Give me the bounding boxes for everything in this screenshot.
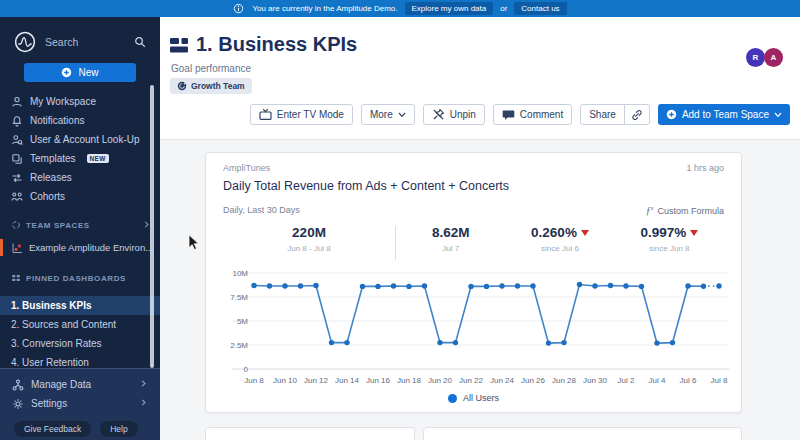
svg-text:7.5M: 7.5M — [230, 293, 248, 302]
unpin-button[interactable]: Unpin — [423, 104, 485, 125]
card-partial-right — [423, 427, 742, 440]
growth-team-chip[interactable]: Growth Team — [170, 78, 252, 94]
stat-block: 0.260%since Jul 6 — [505, 225, 614, 253]
copy-link-button[interactable] — [624, 104, 650, 125]
custom-formula-button[interactable]: ƒx Custom Formula — [646, 205, 724, 216]
sidebar-item-my-workspace[interactable]: My Workspace — [0, 92, 160, 111]
sidebar-item-example-environment[interactable]: Example Amplitude Environ... — [0, 238, 160, 257]
legend-all-users[interactable]: All Users — [206, 393, 741, 403]
sidebar-item-user-account-look-up[interactable]: User & Account Look-Up — [0, 130, 160, 149]
sidebar-scrollbar[interactable] — [150, 85, 154, 368]
svg-text:2.5M: 2.5M — [230, 341, 248, 350]
plus-circle-icon — [61, 67, 72, 78]
sidebar-item-dashboard-2[interactable]: 2. Sources and Content — [0, 315, 160, 334]
sidebar-footer: Manage DataSettings Give Feedback Help — [0, 368, 160, 440]
dashboard-body: AmpliTunes 1 hrs ago Daily Total Revenue… — [160, 140, 800, 440]
collaborator-avatars: RA — [747, 48, 783, 67]
templates-icon — [11, 153, 23, 165]
add-to-team-space-button[interactable]: Add to Team Space — [658, 104, 790, 125]
explore-own-data-button[interactable]: Explore my own data — [405, 2, 494, 15]
amplitude-logo-icon — [14, 31, 36, 53]
svg-text:Jul 4: Jul 4 — [649, 376, 666, 385]
svg-text:Jun 28: Jun 28 — [552, 376, 577, 385]
avatar-R[interactable]: R — [746, 48, 765, 67]
sidebar-item-dashboard-1[interactable]: 1. Business KPIs — [0, 296, 160, 315]
demo-banner: You are currently in the Amplitude Demo.… — [0, 0, 800, 17]
revenue-line-chart[interactable]: 02.5M5M7.5M10MJun 8Jun 10Jun 12Jun 14Jun… — [218, 263, 731, 393]
card-app-name: AmpliTunes — [223, 163, 270, 173]
enter-tv-mode-button[interactable]: Enter TV Mode — [250, 104, 353, 125]
share-button-group: Share — [580, 104, 650, 125]
user-search-icon — [11, 134, 23, 146]
tv-icon — [259, 108, 272, 121]
formula-icon: ƒx — [646, 205, 654, 216]
chart-date-range: Daily, Last 30 Days — [223, 205, 300, 216]
svg-text:0: 0 — [244, 365, 249, 374]
banner-message: You are currently in the Amplitude Demo. — [252, 4, 397, 13]
sidebar-item-notifications[interactable]: Notifications — [0, 111, 160, 130]
plus-circle-icon — [666, 109, 677, 120]
sidebar-item-releases[interactable]: Releases — [0, 168, 160, 187]
sidebar-item-settings[interactable]: Settings — [0, 394, 160, 413]
svg-text:Jun 24: Jun 24 — [490, 376, 515, 385]
svg-text:Jun 22: Jun 22 — [459, 376, 484, 385]
more-button[interactable]: More — [361, 104, 415, 125]
chevron-right-icon — [139, 379, 151, 391]
sidebar-menu: My WorkspaceNotificationsUser & Account … — [0, 92, 160, 206]
sidebar: Search New My WorkspaceNotificationsUser… — [0, 17, 160, 440]
new-badge: NEW — [87, 154, 109, 163]
stat-block: 8.62MJul 7 — [396, 225, 505, 253]
sidebar-item-cohorts[interactable]: Cohorts — [0, 187, 160, 206]
svg-text:Jun 8: Jun 8 — [244, 376, 264, 385]
stat-block: 0.997%since Jun 8 — [615, 225, 724, 253]
sidebar-section-pinned-dashboards: PINNED DASHBOARDS — [0, 270, 160, 286]
stat-block: 220MJun 8 - Jul 8 — [223, 225, 395, 253]
new-button[interactable]: New — [24, 63, 136, 82]
comment-icon — [502, 109, 515, 121]
svg-text:Jun 14: Jun 14 — [335, 376, 360, 385]
chevron-right-icon — [139, 398, 151, 410]
contact-us-button[interactable]: Contact us — [514, 2, 566, 15]
summary-stats: 220MJun 8 - Jul 88.62MJul 70.260%since J… — [223, 225, 724, 265]
svg-text:Jun 10: Jun 10 — [273, 376, 298, 385]
info-icon — [233, 3, 245, 15]
svg-text:Jun 18: Jun 18 — [397, 376, 422, 385]
dashboard-title-icon — [170, 37, 188, 53]
comment-button[interactable]: Comment — [493, 104, 572, 125]
help-button[interactable]: Help — [100, 421, 137, 437]
trend-down-icon — [690, 230, 698, 236]
svg-text:Jun 16: Jun 16 — [366, 376, 391, 385]
avatar-A[interactable]: A — [764, 48, 783, 67]
sidebar-item-templates[interactable]: TemplatesNEW — [0, 149, 160, 168]
trend-down-icon — [581, 230, 589, 236]
unpin-icon — [432, 108, 445, 121]
manage-data-icon — [12, 379, 24, 391]
svg-text:5M: 5M — [237, 317, 248, 326]
card-partial-left — [205, 427, 415, 440]
svg-text:10M: 10M — [232, 269, 248, 278]
search-placeholder: Search — [45, 36, 125, 48]
give-feedback-button[interactable]: Give Feedback — [14, 421, 91, 437]
sidebar-item-manage-data[interactable]: Manage Data — [0, 375, 160, 394]
bell-icon — [11, 115, 23, 127]
gear-icon — [12, 398, 24, 410]
dashboard-toolbar: Enter TV Mode More Unpin Comment — [250, 104, 790, 125]
revenue-chart-card: AmpliTunes 1 hrs ago Daily Total Revenue… — [205, 152, 742, 413]
legend-dot-icon — [448, 394, 457, 403]
chart-title-link[interactable]: Daily Total Revenue from Ads + Content +… — [223, 179, 509, 193]
search-icon — [134, 36, 146, 48]
caret-down-icon — [774, 112, 782, 118]
sidebar-item-dashboard-3[interactable]: 3. Conversion Rates — [0, 334, 160, 353]
link-icon — [631, 109, 643, 121]
svg-text:Jul 6: Jul 6 — [680, 376, 697, 385]
search-input[interactable]: Search — [14, 29, 146, 55]
share-button[interactable]: Share — [580, 104, 625, 125]
releases-icon — [11, 172, 23, 184]
banner-or-text: or — [500, 4, 507, 13]
cohorts-icon — [11, 191, 23, 203]
svg-text:Jun 30: Jun 30 — [583, 376, 608, 385]
sidebar-section-team-spaces[interactable]: TEAM SPACES — [0, 217, 160, 233]
svg-text:Jun 12: Jun 12 — [304, 376, 329, 385]
dashboard-grid-icon — [11, 273, 21, 283]
svg-text:Jul 2: Jul 2 — [618, 376, 635, 385]
